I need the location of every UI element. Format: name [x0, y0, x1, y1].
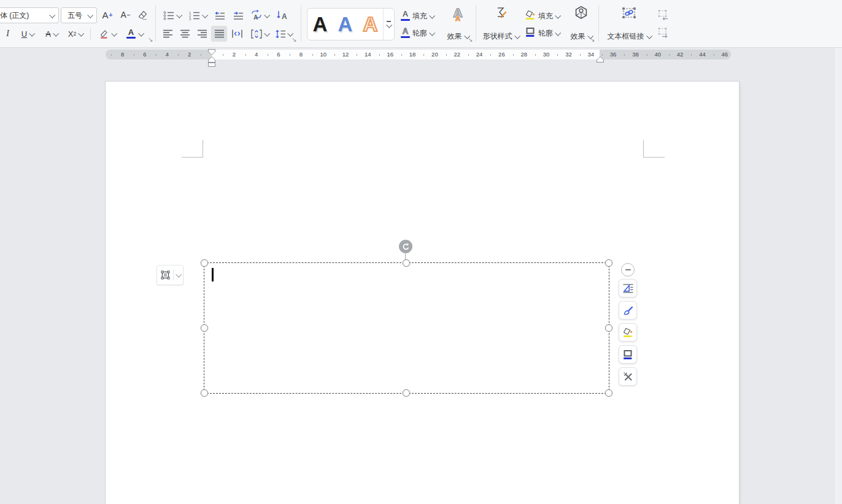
vertical-text-icon: A	[276, 10, 288, 21]
grow-font-button[interactable]: A+	[99, 7, 116, 23]
gallery-expand-button[interactable]	[383, 9, 393, 40]
vertical-scrollbar-track[interactable]	[834, 48, 842, 504]
vertical-text-button[interactable]: A	[273, 7, 292, 23]
strikethrough-button[interactable]: A	[41, 26, 63, 42]
resize-handle-bottom-right[interactable]	[605, 389, 612, 397]
ruler-tick	[201, 54, 201, 56]
rotate-handle[interactable]	[399, 240, 412, 253]
increase-indent-button[interactable]	[230, 7, 247, 23]
right-indent-marker[interactable]	[597, 56, 604, 63]
decrease-indent-button[interactable]	[212, 7, 228, 23]
align-right-button[interactable]	[195, 26, 210, 42]
ruler-number: 10	[320, 50, 326, 59]
shape-fill-button[interactable]: 填充	[525, 9, 560, 23]
resize-handle-top-left[interactable]	[201, 259, 208, 267]
highlight-color-button[interactable]	[95, 26, 120, 42]
separator	[90, 28, 91, 39]
chevron-down-icon	[29, 30, 35, 36]
font-color-bar	[126, 37, 136, 39]
resize-handle-top-middle[interactable]	[403, 259, 410, 267]
text-outline-button[interactable]: A 轮廓	[401, 26, 434, 40]
text-effects-label: 效果	[447, 31, 462, 42]
ruler-text-area-segment	[212, 50, 600, 59]
text-wrapping-button[interactable]	[619, 279, 637, 297]
wordart-style-black[interactable]: A	[307, 9, 333, 40]
ruler-number: 28	[520, 50, 527, 59]
font-color-button[interactable]: A	[122, 26, 147, 42]
hanging-indent-marker[interactable]	[208, 56, 215, 63]
ruler-tick	[468, 54, 469, 56]
character-layout-button[interactable]	[247, 26, 272, 42]
text-boundary-mark-top-right	[643, 140, 665, 158]
ruler-number: 16	[387, 50, 393, 59]
ruler-tick	[490, 54, 491, 56]
font-name-combobox[interactable]: 体 (正文)	[0, 7, 59, 23]
ruler-number: 6	[277, 50, 280, 59]
numbered-list-icon: 1 2 3	[189, 11, 200, 20]
ruler-tick	[580, 54, 581, 56]
bullet-list-icon	[163, 11, 174, 20]
italic-button[interactable]: I	[1, 26, 14, 42]
ruler-number: 8	[121, 50, 124, 59]
shape-style-button[interactable]: 形状样式	[479, 5, 523, 42]
text-direction-button[interactable]: A	[247, 7, 272, 23]
first-line-indent-marker[interactable]	[208, 49, 215, 55]
wordart-style-blue[interactable]: A	[333, 9, 358, 40]
resize-handle-top-right[interactable]	[605, 259, 612, 267]
format-brush-button[interactable]	[619, 301, 637, 319]
ruler-number: 4	[255, 50, 258, 59]
superscript-button[interactable]: X2	[64, 26, 87, 42]
character-layout-icon	[251, 29, 262, 39]
text-effects-icon: A A	[450, 5, 465, 22]
chevron-down-icon	[264, 12, 270, 18]
textbox-link-button[interactable]: 文本框链接	[603, 5, 655, 42]
svg-text:A: A	[253, 14, 258, 21]
plus-sign: +	[109, 12, 113, 18]
underline-button[interactable]: U	[17, 26, 39, 42]
text-cursor	[212, 268, 214, 281]
ruler-number: 24	[476, 50, 483, 59]
collapse-side-toolbar-button[interactable]	[621, 263, 635, 277]
layout-options-dropdown[interactable]	[174, 273, 183, 277]
textbox[interactable]	[204, 262, 609, 394]
fill-color-button[interactable]	[619, 323, 637, 342]
font-size-value: 五号	[61, 10, 82, 21]
text-fill-button[interactable]: A 填充	[401, 9, 434, 23]
shrink-font-button[interactable]: A−	[117, 7, 134, 23]
font-dialog-launcher[interactable]: ↘	[148, 37, 153, 43]
shrink-font-glyph: A	[120, 10, 126, 20]
resize-handle-bottom-middle[interactable]	[403, 389, 410, 397]
bullet-list-button[interactable]	[160, 7, 183, 23]
chevron-down-icon	[87, 12, 93, 18]
wordart-dialog-launcher[interactable]: ↘	[468, 37, 473, 43]
chevron-down-icon	[78, 30, 84, 36]
resize-handle-bottom-left[interactable]	[201, 389, 208, 397]
font-size-combobox[interactable]: 五号	[61, 7, 97, 23]
clear-format-button[interactable]	[134, 7, 151, 23]
numbered-list-button[interactable]: 1 2 3	[186, 7, 209, 23]
justify-button[interactable]	[211, 26, 227, 42]
shape-fill-label: 填充	[538, 11, 553, 21]
superscript-base-glyph: X	[68, 29, 74, 39]
resize-handle-middle-right[interactable]	[605, 324, 612, 332]
more-settings-button[interactable]	[619, 367, 637, 386]
horizontal-ruler[interactable]: 8642246810121416182022242628303234363840…	[0, 50, 842, 68]
align-center-button[interactable]	[177, 26, 193, 42]
wordart-style-orange-outline[interactable]: A	[358, 9, 383, 40]
minus-sign: −	[127, 12, 131, 18]
align-left-button[interactable]	[160, 26, 176, 42]
textbox-layout-options-button[interactable]	[156, 265, 183, 285]
shape-dialog-launcher[interactable]: ↘	[590, 37, 595, 43]
ruler-tick	[111, 54, 112, 56]
shape-outline-icon	[525, 27, 536, 37]
distribute-button[interactable]	[229, 26, 245, 42]
text-fill-icon: A	[403, 9, 408, 18]
line-spacing-button[interactable]	[273, 26, 294, 42]
ruler-tick	[268, 54, 268, 56]
left-indent-marker[interactable]	[208, 63, 215, 67]
outline-color-button[interactable]	[619, 345, 637, 364]
resize-handle-middle-left[interactable]	[201, 324, 208, 332]
paragraph-dialog-launcher[interactable]: ↘	[292, 37, 296, 43]
ruler-tick	[423, 54, 424, 56]
shape-outline-button[interactable]: 轮廓	[525, 26, 560, 40]
